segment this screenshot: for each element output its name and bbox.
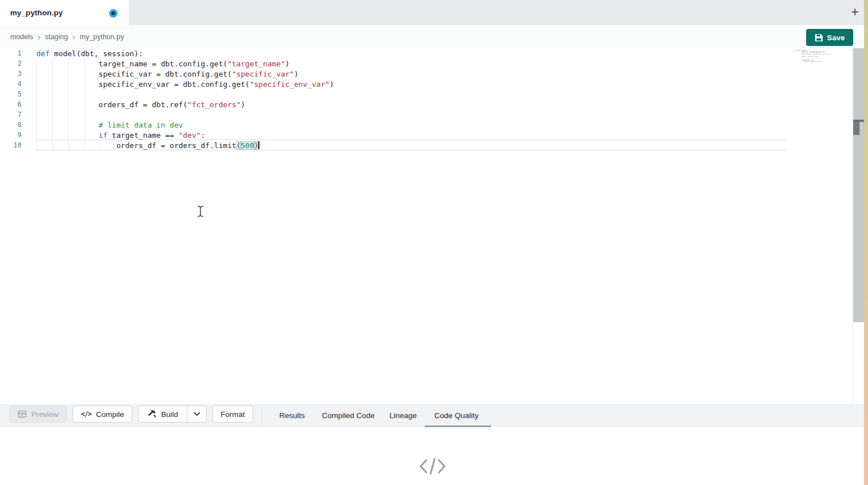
breadcrumb-models[interactable]: models (10, 33, 33, 41)
tab-results[interactable]: Results (279, 404, 305, 427)
code-line[interactable]: 10 orders_df = orders_df.limit(500) (0, 140, 334, 150)
build-button-label: Build (161, 410, 178, 419)
code-line[interactable]: 9 if target_name == "dev": (0, 130, 334, 140)
breadcrumb-file[interactable]: my_python.py (80, 33, 124, 41)
code-placeholder-icon (418, 456, 447, 476)
code-line[interactable]: 1 def model(dbt, session): (0, 48, 334, 58)
line-number: 10 (0, 141, 22, 149)
code-line[interactable]: 8 # limit data in dev (0, 120, 334, 130)
breadcrumb: models › staging › my_python.py (0, 25, 864, 49)
compile-button-label: Compile (96, 410, 124, 419)
build-button-group: Build (138, 406, 207, 423)
breadcrumb-staging[interactable]: staging (45, 33, 68, 41)
line-number: 4 (0, 80, 22, 88)
line-number: 1 (0, 49, 22, 57)
table-grid-icon (18, 410, 27, 419)
preview-button[interactable]: Preview (9, 406, 67, 423)
file-tab-label: my_python.py (10, 9, 63, 17)
line-number: 6 (0, 100, 22, 108)
code-line[interactable]: 7 (0, 109, 334, 120)
window-edge-gradient-strip (864, 0, 868, 485)
code-brackets-icon: </> (81, 410, 91, 418)
line-number: 8 (0, 121, 22, 129)
toolbar-divider (261, 404, 262, 427)
chevron-right-icon: › (73, 34, 76, 40)
compile-button[interactable]: </> Compile (73, 406, 132, 423)
preview-button-label: Preview (31, 410, 58, 419)
vertical-scrollbar-track[interactable] (853, 48, 865, 322)
tab-code-quality[interactable]: Code Quality (434, 404, 479, 427)
editor-tabbar: my_python.py + (0, 0, 864, 25)
hammer-icon (148, 410, 157, 419)
text-caret (258, 141, 259, 149)
floppy-disk-icon (815, 33, 823, 42)
line-number: 9 (0, 131, 22, 139)
code-line[interactable]: 3 specific_var = dbt.config.get("specifi… (0, 69, 334, 79)
code-lines: 1 def model(dbt, session): 2 target_name… (0, 48, 334, 150)
line-number: 5 (0, 90, 22, 98)
code-editor[interactable]: 1 def model(dbt, session): 2 target_name… (0, 48, 853, 403)
save-button[interactable]: Save (806, 29, 853, 46)
build-button[interactable]: Build (139, 406, 187, 422)
code-line[interactable]: 2 target_name = dbt.config.get("target_n… (0, 58, 334, 69)
tab-lineage[interactable]: Lineage (389, 404, 417, 427)
tab-compiled-code[interactable]: Compiled Code (322, 404, 375, 427)
dbt-ide-window: my_python.py + models › staging › my_pyt… (0, 0, 868, 485)
format-button-label: Format (221, 410, 245, 419)
code-line[interactable]: 5 (0, 89, 334, 99)
build-options-dropdown-button[interactable] (187, 406, 206, 422)
chevron-down-icon (194, 412, 200, 416)
editor-minimap[interactable]: 1 def model(dbt, session): 2 target_name… (794, 49, 850, 66)
chevron-right-icon: › (37, 34, 40, 40)
bottom-toolbar: Preview </> Compile Build Format (0, 404, 864, 427)
code-line[interactable]: 6 orders_df = dbt.ref("fct_orders") (0, 99, 334, 109)
format-button[interactable]: Format (212, 406, 253, 423)
vertical-scrollbar-thumb[interactable] (853, 122, 859, 135)
line-number: 2 (0, 60, 22, 68)
unsaved-changes-dot-icon (109, 9, 118, 18)
line-number: 7 (0, 111, 22, 119)
save-button-label: Save (827, 33, 845, 42)
code-line[interactable]: 4 specific_env_var = dbt.config.get("spe… (0, 79, 334, 89)
new-tab-button[interactable]: + (847, 5, 863, 20)
line-number: 3 (0, 70, 22, 78)
